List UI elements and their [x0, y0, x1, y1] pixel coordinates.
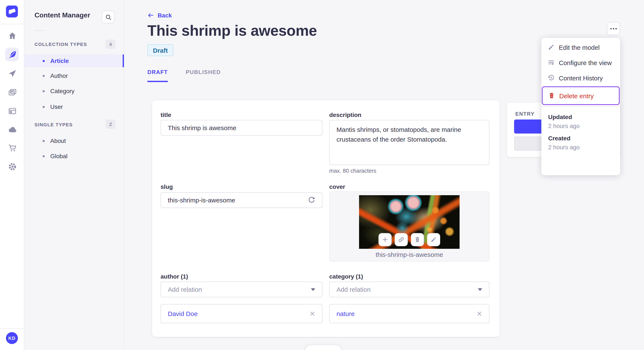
single-types-heading: SINGLE TYPES — [34, 122, 72, 127]
sidebar-item-label: Author — [50, 72, 68, 79]
description-label: description — [329, 111, 362, 118]
settings-gear-icon[interactable] — [0, 163, 24, 171]
bullet-icon — [42, 155, 45, 157]
sidebar-item-label: Category — [50, 88, 74, 94]
sidebar-item-user[interactable]: User — [24, 100, 124, 113]
content-manager-sidebar: Content Manager COLLECTION TYPES 4 Artic… — [24, 0, 124, 350]
link-icon — [398, 236, 404, 243]
releases-send-icon[interactable] — [0, 69, 24, 78]
sidebar-item-global[interactable]: Global — [24, 150, 124, 163]
search-icon — [105, 14, 112, 20]
regenerate-icon[interactable] — [308, 196, 315, 204]
cover-field: this-shrimp-is-awesome — [329, 191, 490, 262]
icon-rail: KD — [0, 0, 24, 350]
delete-media-button[interactable] — [411, 233, 424, 246]
copy-link-button[interactable] — [394, 233, 408, 246]
sidebar-title: Content Manager — [34, 11, 90, 19]
sidebar-item-label: User — [50, 103, 63, 110]
more-actions-button[interactable] — [607, 22, 620, 35]
user-avatar[interactable]: KD — [6, 332, 18, 344]
pencil-icon — [430, 236, 437, 243]
sidebar-item-label: Global — [50, 153, 68, 160]
cover-actions — [378, 233, 440, 246]
slug-label: slug — [160, 183, 173, 190]
updated-value: 2 hours ago — [548, 123, 613, 129]
version-tabs: DRAFT PUBLISHED — [147, 69, 221, 82]
menu-item-label: Content History — [559, 74, 603, 81]
marketplace-cart-icon[interactable] — [0, 144, 24, 152]
rail-divider — [0, 24, 24, 24]
configure-list-icon — [548, 59, 554, 66]
menu-item-label: Delete entry — [559, 92, 594, 99]
content-type-builder-icon[interactable] — [0, 107, 24, 115]
trash-icon — [414, 236, 420, 243]
media-library-icon[interactable] — [0, 88, 24, 97]
created-label: Created — [548, 135, 613, 142]
category-relation-select[interactable]: Add relation — [329, 282, 490, 297]
deploy-cloud-icon[interactable] — [0, 126, 24, 134]
bullet-icon — [42, 60, 45, 62]
single-types-count-badge: 2 — [106, 120, 116, 129]
sidebar-item-label: Article — [50, 57, 69, 64]
category-label: category (1) — [329, 273, 363, 280]
slug-value: this-shrimp-is-awesome — [168, 196, 235, 204]
arrow-left-icon — [147, 12, 154, 19]
menu-item-delete-entry[interactable]: Delete entry — [542, 86, 620, 105]
menu-item-content-history[interactable]: Content History — [541, 70, 620, 85]
menu-item-label: Configure the view — [559, 59, 612, 66]
tab-draft[interactable]: DRAFT — [147, 69, 168, 82]
created-value: 2 hours ago — [548, 144, 613, 151]
status-badge: Draft — [147, 44, 173, 56]
strapi-logo[interactable] — [6, 5, 18, 17]
more-actions-menu: Edit the model Configure the view Conten… — [541, 38, 620, 175]
author-placeholder: Add relation — [168, 286, 202, 293]
add-media-button[interactable] — [378, 233, 392, 246]
menu-item-configure-view[interactable]: Configure the view — [541, 55, 620, 70]
bullet-icon — [42, 140, 45, 142]
author-label: author (1) — [160, 273, 188, 280]
sidebar-item-about[interactable]: About — [24, 134, 124, 147]
page-title: This shrimp is awesome — [147, 22, 317, 39]
bullet-icon — [42, 90, 45, 92]
chevron-down-icon — [478, 288, 482, 291]
sidebar-item-category[interactable]: Category — [24, 85, 124, 97]
entry-panel-title: ENTRY — [515, 111, 534, 117]
rail-divider — [0, 328, 24, 329]
author-relation-item: David Doe — [160, 304, 322, 323]
content-feather-icon[interactable] — [0, 50, 24, 59]
edit-media-button[interactable] — [427, 233, 440, 246]
collection-types-heading: COLLECTION TYPES — [34, 42, 87, 47]
description-textarea[interactable]: Mantis shrimps, or stomatopods, are mari… — [329, 120, 490, 165]
add-icon — [382, 236, 388, 243]
strapi-app: KD Content Manager COLLECTION TYPES 4 Ar… — [0, 0, 644, 350]
pencil-icon — [548, 44, 554, 51]
description-hint: max. 80 characters — [329, 168, 376, 174]
bullet-icon — [42, 75, 45, 77]
collection-types-count-badge: 4 — [106, 39, 116, 49]
cover-caption: this-shrimp-is-awesome — [330, 251, 489, 258]
menu-item-label: Edit the model — [559, 44, 600, 51]
floating-toolbar-pill[interactable] — [305, 345, 342, 350]
category-placeholder: Add relation — [336, 286, 370, 293]
sidebar-divider — [34, 30, 45, 31]
home-icon[interactable] — [0, 31, 24, 40]
close-icon[interactable] — [310, 311, 315, 316]
back-link[interactable]: Back — [147, 12, 172, 19]
search-button[interactable] — [102, 11, 114, 23]
relation-link[interactable]: nature — [336, 310, 354, 317]
trash-icon — [548, 92, 555, 99]
slug-input[interactable]: this-shrimp-is-awesome — [160, 192, 322, 208]
relation-link[interactable]: David Doe — [168, 310, 198, 317]
sidebar-item-article[interactable]: Article — [24, 54, 124, 67]
history-clock-icon — [548, 74, 554, 81]
title-input[interactable]: This shrimp is awesome — [160, 120, 322, 136]
author-relation-select[interactable]: Add relation — [160, 282, 322, 297]
sidebar-item-author[interactable]: Author — [24, 69, 124, 82]
close-icon[interactable] — [476, 311, 482, 316]
menu-item-edit-model[interactable]: Edit the model — [541, 39, 620, 55]
menu-footer: Updated 2 hours ago Created 2 hours ago — [541, 107, 620, 175]
updated-label: Updated — [548, 114, 613, 120]
tab-published[interactable]: PUBLISHED — [186, 69, 221, 82]
title-label: title — [160, 111, 171, 118]
chevron-down-icon — [311, 288, 315, 291]
